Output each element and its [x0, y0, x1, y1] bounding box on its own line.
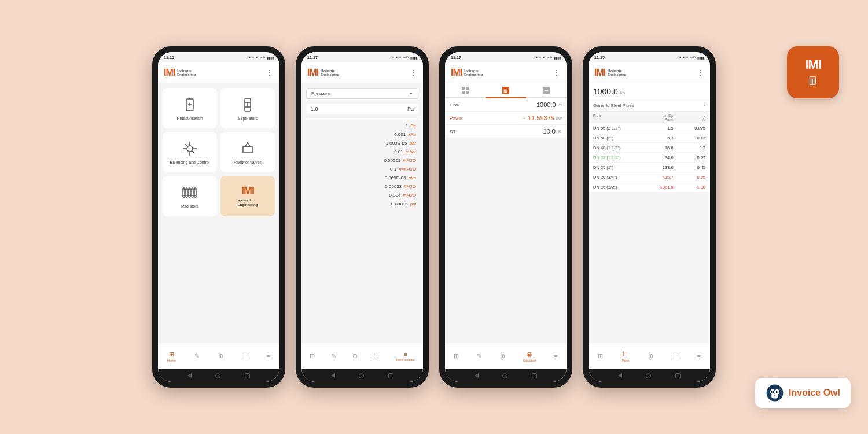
calc-row-power: Power → 11.59375 kW: [445, 112, 567, 125]
tab-icon-2: ⊞: [502, 86, 510, 94]
back-btn-2[interactable]: [331, 373, 335, 378]
nav-tools-1[interactable]: ✎: [194, 352, 200, 360]
nav-home-icon-4: ⊞: [598, 352, 603, 360]
pipe-name-4: DN 25 (1"): [593, 165, 641, 170]
home-btn-1[interactable]: [215, 373, 220, 378]
pressurisation-icon: [182, 97, 198, 113]
recent-btn-3[interactable]: [532, 373, 537, 378]
nav-tools-2[interactable]: ✎: [331, 352, 336, 360]
converter-input[interactable]: 1.0 Pa: [306, 104, 418, 114]
pipe-dp-5: 415.7: [641, 175, 673, 180]
nav-home-4[interactable]: ⊞: [598, 352, 603, 360]
nav-add-3[interactable]: ⊕: [500, 352, 505, 360]
pipes-flow-input[interactable]: 1000.0 l/h: [593, 87, 705, 96]
nav-converter-label: Unit Converter: [396, 358, 415, 362]
nav-home-icon-2: ⊞: [310, 352, 315, 360]
home-btn-4[interactable]: [646, 373, 651, 378]
recent-btn-1[interactable]: [245, 373, 250, 378]
calc-tab-2[interactable]: ⊞: [486, 83, 526, 98]
bottom-nav-1: ⊞ Home ✎ ⊕ ☰ ≡: [158, 343, 279, 369]
nav-more-1[interactable]: ≡: [266, 353, 270, 360]
header-more-icon-4[interactable]: ⋮: [696, 68, 704, 78]
grid-item-imi[interactable]: IMI Hydronic Engineering: [220, 176, 275, 216]
calc-arrow-icon: →: [521, 116, 526, 121]
nav-calculator[interactable]: ◉ Calculator: [523, 351, 536, 362]
nav-add-2[interactable]: ⊕: [352, 352, 358, 360]
time-1: 11:15: [164, 56, 174, 60]
svg-rect-28: [462, 91, 465, 94]
pipe-name-3: DN 32 (1 1/4"): [593, 155, 641, 160]
app-header-1: IMI Hydronic Engineering ⋮: [158, 62, 279, 83]
chevron-right-icon: ›: [704, 103, 705, 108]
recent-btn-4[interactable]: [675, 373, 681, 378]
back-btn-3[interactable]: [475, 373, 479, 378]
grid-item-separators[interactable]: Separators: [220, 88, 275, 128]
imi-brand-letters: IMI: [164, 68, 175, 78]
nav-add-icon-1: ⊕: [218, 352, 223, 360]
grid-item-pressurisation[interactable]: Pressurisation: [163, 88, 217, 128]
nav-add-4[interactable]: ⊕: [648, 352, 653, 360]
nav-list-icon-1: ☰: [242, 352, 248, 360]
pressure-dropdown[interactable]: Pressure ▼: [306, 88, 418, 99]
grid-item-radiator-valves[interactable]: Radiator valves: [220, 132, 275, 172]
pipe-v-3: 0.27: [674, 155, 705, 160]
grid-label-radiators: Radiators: [181, 204, 198, 208]
result-row-9: 0.00015 psi: [306, 200, 418, 208]
result-row-5: 0.1 mmH2O: [306, 165, 418, 174]
svg-rect-26: [462, 87, 465, 90]
result-unit-8: inH2O: [403, 193, 416, 198]
header-more-icon-3[interactable]: ⋮: [553, 68, 561, 78]
nav-home[interactable]: ⊞ Home: [167, 351, 176, 362]
bottom-nav-3: ⊞ ✎ ⊕ ◉ Calculator ≡: [445, 343, 567, 369]
pipe-dp-6: 1861.6: [641, 185, 673, 190]
svg-point-39: [772, 391, 773, 392]
signal-icon-3: ▲▲▲: [535, 56, 546, 59]
nav-tools-3[interactable]: ✎: [477, 352, 482, 360]
calc-tab-1[interactable]: [445, 83, 486, 98]
pipe-dp-0: 1.5: [641, 126, 673, 131]
nav-home-2[interactable]: ⊞: [310, 352, 315, 360]
pipes-generic-row[interactable]: Generic Steel Pipes ›: [589, 100, 710, 112]
nav-pipes[interactable]: ⊢ Pipes: [622, 351, 630, 362]
nav-home-3[interactable]: ⊞: [454, 352, 459, 360]
pipe-name-5: DN 20 (3/4"): [593, 175, 641, 180]
pipe-type-label: Generic Steel Pipes: [593, 103, 634, 108]
battery-icon-4: ▮▮▮▮: [697, 56, 704, 60]
imi-app-icon[interactable]: IMI 🖩: [787, 46, 839, 98]
brand-sub2: Engineering: [177, 73, 196, 76]
nav-converter[interactable]: ≡ Unit Converter: [396, 351, 415, 362]
time-4: 11:15: [594, 56, 605, 60]
result-row-7: 0.00033 ftH2O: [306, 182, 418, 191]
svg-line-14: [192, 151, 194, 153]
back-btn-1[interactable]: [187, 373, 192, 378]
imi-brand-sub: Hydronic Engineering: [177, 69, 196, 76]
status-bar-2: 11:17 ▲▲▲ wifi ▮▮▮▮: [301, 52, 423, 62]
nav-add-1[interactable]: ⊕: [218, 352, 223, 360]
nav-list-1[interactable]: ☰: [242, 352, 248, 360]
recent-btn-2[interactable]: [388, 373, 393, 378]
pipes-flow-unit: l/h: [620, 90, 625, 95]
calc-x-btn[interactable]: ✕: [557, 128, 562, 134]
nav-list-4[interactable]: ☰: [672, 352, 678, 360]
imi-logo-2: IMI Hydronic Engineering: [307, 68, 339, 78]
result-row-1: 0.001 kPa: [306, 130, 418, 139]
grid-item-radiators[interactable]: Radiators: [163, 176, 217, 216]
header-more-icon[interactable]: ⋮: [266, 68, 274, 78]
header-more-icon-2[interactable]: ⋮: [409, 68, 417, 78]
pipe-row-1: DN 50 (2") 5.3 0.13: [589, 133, 710, 143]
grid-label-separators: Separators: [238, 116, 258, 120]
calc-tab-3[interactable]: [526, 83, 567, 98]
home-btn-2[interactable]: [359, 373, 364, 378]
result-val-7: 0.00033: [385, 184, 402, 189]
result-unit-2: bar: [409, 141, 416, 146]
back-btn-4[interactable]: [618, 373, 622, 378]
signal-icon-2: ▲▲▲: [392, 56, 402, 59]
nav-more-4[interactable]: ≡: [697, 353, 700, 360]
status-bar-4: 11:15 ▲▲▲ wifi ▮▮▮▮: [589, 52, 710, 62]
nav-list-2[interactable]: ☰: [374, 352, 380, 360]
nav-home-icon-3: ⊞: [454, 352, 459, 360]
grid-item-balancing[interactable]: Balancing and Control: [163, 132, 217, 172]
imi-brand-sub-4: Hydronic Engineering: [608, 69, 626, 76]
home-btn-3[interactable]: [502, 373, 507, 378]
nav-more-3[interactable]: ≡: [554, 353, 557, 360]
